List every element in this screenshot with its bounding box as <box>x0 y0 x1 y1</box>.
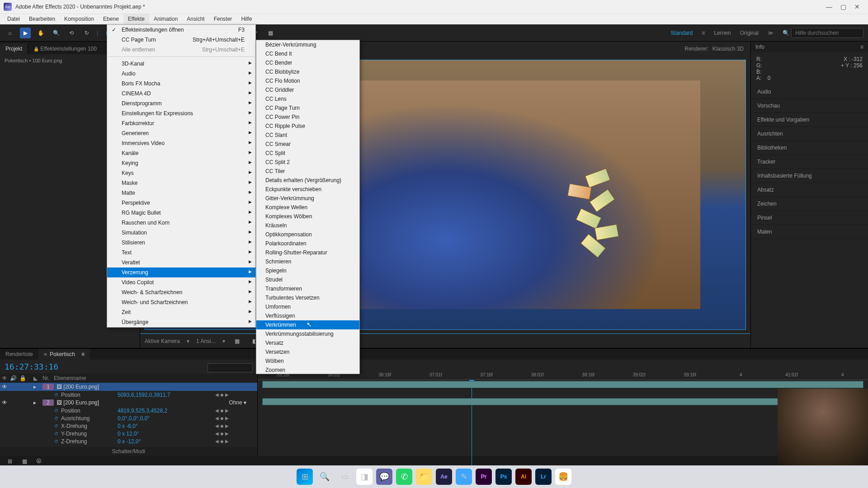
distort-cc-lens[interactable]: CC Lens <box>256 94 359 103</box>
effect-category-stilisieren[interactable]: Stilisieren▶ <box>107 238 255 248</box>
eye-column-icon[interactable]: 👁 <box>2 375 7 381</box>
menu-fenster[interactable]: Fenster <box>209 14 237 24</box>
app-icon[interactable]: ✎ <box>456 469 472 485</box>
ruler-tick[interactable]: 39:01f <box>614 372 665 380</box>
views-dropdown[interactable]: 1 Ansi... <box>196 338 216 344</box>
menu-datei[interactable]: Datei <box>3 14 24 24</box>
distort-cc-split[interactable]: CC Split <box>256 149 359 158</box>
timeline-layer-2[interactable]: 👁▸2🖼 [200 Euro.png]Ohne ▾ <box>0 399 257 407</box>
effect-category-video-copilot[interactable]: Video Copilot▶ <box>107 277 255 287</box>
distort-polarkoordinaten[interactable]: Polarkoordinaten <box>256 239 359 248</box>
distort-cc-blobbylize[interactable]: CC Blobbylize <box>256 67 359 76</box>
menu-last-effect[interactable]: CC Page TurnStrg+Alt+Umschalt+E <box>107 35 255 45</box>
ruler-tick[interactable]: 36:16f <box>359 372 410 380</box>
stopwatch-icon[interactable]: ⏱ <box>54 439 58 444</box>
distort-cc-split-2[interactable]: CC Split 2 <box>256 158 359 167</box>
distort-kr-useln[interactable]: Kräuseln <box>256 221 359 230</box>
distort-zoomen[interactable]: Zoomen <box>256 366 359 374</box>
distort-spiegeln[interactable]: Spiegeln <box>256 266 359 275</box>
distort-b-zier-verkr-mmung[interactable]: Bézier-Verkrümmung <box>256 40 359 49</box>
layer-bar-2[interactable] <box>262 398 863 405</box>
explorer-icon[interactable]: 📁 <box>416 469 432 485</box>
grid-snap-icon[interactable]: ▦ <box>265 28 276 38</box>
effect-category-text[interactable]: Text▶ <box>107 248 255 258</box>
effect-category-boris-fx-mocha[interactable]: Boris FX Mocha▶ <box>107 79 255 89</box>
renderer-value[interactable]: Klassisch 3D <box>712 46 744 52</box>
shy-icon[interactable]: ◣ <box>33 375 42 381</box>
property-x-drehung[interactable]: ⏱X-Drehung0 x -6,0°◀ ◆ ▶ <box>0 422 257 430</box>
property-position[interactable]: ⏱Position5093,6,1592,0,3911,7◀ ◆ ▶ <box>0 391 257 399</box>
keyframe-nav[interactable]: ◀ ◆ ▶ <box>215 392 229 397</box>
ruler-tick[interactable]: 4 <box>716 372 767 380</box>
ruler-tick[interactable]: 38:01f <box>512 372 563 380</box>
effect-category-generieren[interactable]: Generieren▶ <box>107 128 255 138</box>
viewer-icon-1[interactable]: ▦ <box>232 336 243 347</box>
effect-category-cinema-4d[interactable]: CINEMA 4D▶ <box>107 89 255 99</box>
eye-icon[interactable]: 👁 <box>2 384 7 390</box>
info-panel-title[interactable]: Info <box>755 44 764 50</box>
taskview-icon[interactable]: ▭ <box>336 469 353 485</box>
distort-verkr-mmen[interactable]: Verkrümmen <box>256 320 359 329</box>
distort-cc-bender[interactable]: CC Bender <box>256 58 359 67</box>
panel-menu-icon[interactable]: ≡ <box>81 351 85 357</box>
switches-label[interactable]: Schalter/Modi <box>112 448 145 455</box>
ruler-tick[interactable]: 4 <box>817 372 868 380</box>
selection-tool-icon[interactable]: ▶ <box>20 28 31 38</box>
panel-pinsel[interactable]: Pinsel <box>751 211 868 225</box>
keyframe-nav[interactable]: ◀ ◆ ▶ <box>215 431 229 436</box>
distort-rolling-shutter-reparatur[interactable]: Rolling-Shutter-Reparatur <box>256 248 359 257</box>
timeline-search-input[interactable] <box>208 363 253 372</box>
panel-menu-icon[interactable]: ≡ <box>860 44 863 50</box>
camera-dropdown[interactable]: Aktive Kamera <box>145 338 180 344</box>
stopwatch-icon[interactable]: ⏱ <box>54 408 58 413</box>
ruler-tick[interactable]: 37:16f <box>461 372 512 380</box>
effect-category-audio[interactable]: Audio▶ <box>107 69 255 79</box>
ruler-tick[interactable]: 38:16f <box>563 372 614 380</box>
playhead[interactable] <box>472 380 472 470</box>
stopwatch-icon[interactable]: ⏱ <box>54 432 58 436</box>
menu-effekte[interactable]: Effekte <box>123 14 149 24</box>
distort-cc-flo-motion[interactable]: CC Flo Motion <box>256 76 359 85</box>
search-taskbar-icon[interactable]: 🔍 <box>316 469 333 485</box>
distort-cc-griddler[interactable]: CC Griddler <box>256 85 359 94</box>
ruler-tick[interactable]: 41:01f <box>766 372 817 380</box>
effect-category-kan-le[interactable]: Kanäle▶ <box>107 148 255 158</box>
distort-versetzen[interactable]: Versetzen <box>256 347 359 357</box>
effect-category-einstellungen-f-r-expressions[interactable]: Einstellungen für Expressions▶ <box>107 108 255 118</box>
renderlist-tab[interactable]: Renderliste <box>0 349 38 360</box>
workspace-learn[interactable]: Lernen <box>714 30 731 36</box>
menu-open-effect-settings[interactable]: ✓ Effekteinstellungen öffnenF3 <box>107 25 255 35</box>
panel-ausrichten[interactable]: Ausrichten <box>751 127 868 141</box>
distort-verkr-mmungsstabilisierung[interactable]: Verkrümmungsstabilisierung <box>256 329 359 338</box>
distort-cc-smear[interactable]: CC Smear <box>256 140 359 149</box>
distort-optikkompensation[interactable]: Optikkompensation <box>256 230 359 239</box>
distort-cc-page-turn[interactable]: CC Page Turn <box>256 103 359 113</box>
aftereffects-taskbar-icon[interactable]: Ae <box>436 469 452 485</box>
eye-icon[interactable]: 👁 <box>2 399 7 406</box>
workspace-original[interactable]: Original <box>740 30 759 36</box>
effect-category-dienstprogramm[interactable]: Dienstprogramm▶ <box>107 99 255 108</box>
panel-tracker[interactable]: Tracker <box>751 155 868 169</box>
distort-versatz[interactable]: Versatz <box>256 338 359 347</box>
hand-tool-icon[interactable]: ✋ <box>35 28 46 38</box>
panel-audio[interactable]: Audio <box>751 85 868 99</box>
menu-animation[interactable]: Animation <box>149 14 182 24</box>
distort-eckpunkte-verschieben[interactable]: Eckpunkte verschieben <box>256 185 359 194</box>
widgets-icon[interactable]: ◨ <box>356 469 373 485</box>
keyframe-nav[interactable]: ◀ ◆ ▶ <box>215 439 229 444</box>
menu-remove-all[interactable]: Alle entfernenStrg+Umschalt+E <box>107 45 255 55</box>
maximize-button[interactable]: ▢ <box>840 3 846 10</box>
effect-category-weich-scharfzeichnen[interactable]: Weich- & Scharfzeichnen▶ <box>107 287 255 297</box>
effect-category--berg-nge[interactable]: Übergänge▶ <box>107 317 255 327</box>
rotate-tool-icon[interactable]: ↻ <box>81 28 92 38</box>
effect-category-keys[interactable]: Keys▶ <box>107 168 255 178</box>
zoom-tool-icon[interactable]: 🔍 <box>51 28 61 38</box>
distort-cc-slant[interactable]: CC Slant <box>256 131 359 140</box>
effect-category-rg-magic-bullet[interactable]: RG Magic Bullet▶ <box>107 208 255 218</box>
start-button[interactable]: ⊞ <box>297 469 313 485</box>
distort-schmieren[interactable]: Schmieren <box>256 257 359 266</box>
effect-controls-tab[interactable]: 🔒Effekteinstellungen 100 <box>28 43 102 54</box>
layer-bar-1[interactable] <box>262 381 863 388</box>
timeline-layer-1[interactable]: 👁▸1🖼 [200 Euro.png] <box>0 383 257 391</box>
orbit-tool-icon[interactable]: ⟲ <box>66 28 77 38</box>
